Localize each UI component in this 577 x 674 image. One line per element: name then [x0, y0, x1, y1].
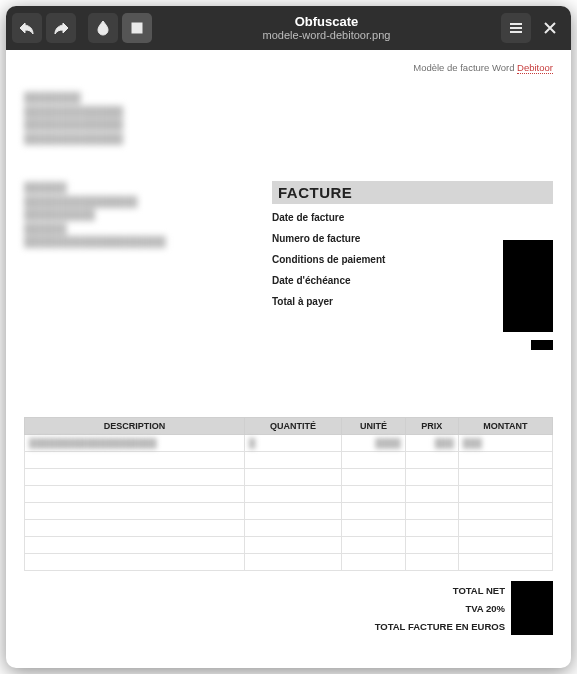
- app-title: Obfuscate: [156, 15, 497, 29]
- redaction-block-large: [503, 240, 553, 332]
- table-row: [25, 554, 553, 571]
- redaction-block-small: [531, 340, 553, 350]
- redaction-vat: [511, 599, 553, 617]
- totals-block: TOTAL NET TVA 20% TOTAL FACTURE EN EUROS: [24, 581, 553, 635]
- undo-button[interactable]: [12, 13, 42, 43]
- close-button[interactable]: [535, 13, 565, 43]
- title-area: Obfuscate modele-word-debitoor.png: [156, 15, 497, 41]
- table-row: [25, 503, 553, 520]
- label-invoice-date: Date de facture: [272, 212, 553, 223]
- table-row: [25, 486, 553, 503]
- template-source-note: Modèle de facture Word Debitoor: [24, 62, 553, 73]
- rect-tool-button[interactable]: [122, 13, 152, 43]
- label-grand-total: TOTAL FACTURE EN EUROS: [343, 621, 511, 632]
- redaction-grand-total: [511, 617, 553, 635]
- client-block-obfuscated: ████████████████████████████████████████…: [24, 181, 264, 249]
- label-total-net: TOTAL NET: [343, 585, 511, 596]
- table-row: [25, 452, 553, 469]
- svg-rect-0: [132, 23, 142, 33]
- menu-button[interactable]: [501, 13, 531, 43]
- col-amount: MONTANT: [458, 418, 552, 435]
- app-window: Obfuscate modele-word-debitoor.png Modèl…: [6, 6, 571, 668]
- col-unit: UNITÉ: [342, 418, 406, 435]
- col-price: PRIX: [405, 418, 458, 435]
- table-row: [25, 520, 553, 537]
- table-row: [25, 469, 553, 486]
- line-items-table: DESCRIPTION QUANTITÉ UNITÉ PRIX MONTANT …: [24, 417, 553, 571]
- table-row: ███████████████████████████████: [25, 435, 553, 452]
- redaction-total-net: [511, 581, 553, 599]
- titlebar: Obfuscate modele-word-debitoor.png: [6, 6, 571, 50]
- invoice-heading: FACTURE: [272, 181, 553, 204]
- canvas[interactable]: Modèle de facture Word Debitoor ████████…: [6, 50, 571, 668]
- col-quantity: QUANTITÉ: [245, 418, 342, 435]
- file-name: modele-word-debitoor.png: [156, 29, 497, 41]
- label-vat: TVA 20%: [343, 603, 511, 614]
- redo-button[interactable]: [46, 13, 76, 43]
- sender-block-obfuscated: ████████████████████████████████████████…: [24, 91, 553, 145]
- table-row: [25, 537, 553, 554]
- blur-tool-button[interactable]: [88, 13, 118, 43]
- col-description: DESCRIPTION: [25, 418, 245, 435]
